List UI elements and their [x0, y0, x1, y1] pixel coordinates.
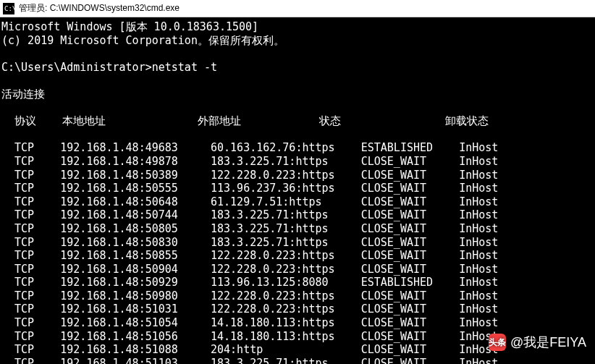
window-titlebar[interactable]: C:\ 管理员: C:\WINDOWS\system32\cmd.exe [0, 0, 595, 17]
table-body: TCP 192.168.1.48:49683 60.163.162.76:htt… [1, 141, 498, 364]
watermark-text: @我是FEIYA [510, 334, 586, 351]
terminal-output[interactable]: Microsoft Windows [版本 10.0.18363.1500] (… [0, 17, 595, 364]
prompt-path: C:\Users\Administrator> [1, 61, 152, 74]
command-text: netstat -t [152, 61, 217, 74]
window-title: 管理员: C:\WINDOWS\system32\cmd.exe [19, 2, 180, 14]
section-title: 活动连接 [1, 88, 45, 101]
table-header: 协议 本地地址 外部地址 状态 卸载状态 [1, 114, 489, 127]
toutiao-logo-icon: 头条 [489, 334, 506, 351]
version-line: Microsoft Windows [版本 10.0.18363.1500] [1, 20, 258, 33]
copyright-line: (c) 2019 Microsoft Corporation。保留所有权利。 [1, 34, 284, 47]
cmd-icon: C:\ [3, 3, 14, 14]
watermark: 头条 @我是FEIYA [489, 334, 586, 351]
svg-text:C:\: C:\ [4, 5, 14, 12]
